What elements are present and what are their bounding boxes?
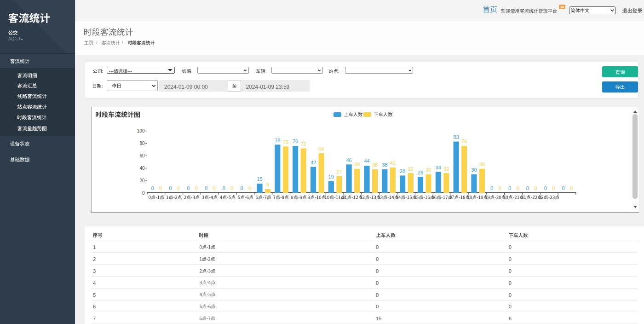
svg-text:0: 0 <box>552 185 555 191</box>
svg-text:0: 0 <box>526 185 529 191</box>
svg-text:34: 34 <box>436 165 441 170</box>
svg-text:39: 39 <box>479 162 485 167</box>
svg-text:20: 20 <box>139 178 145 183</box>
svg-text:0: 0 <box>241 185 243 191</box>
svg-text:39: 39 <box>354 162 360 167</box>
svg-text:0: 0 <box>534 185 537 191</box>
svg-text:0: 0 <box>159 185 162 191</box>
svg-text:0: 0 <box>508 185 511 191</box>
svg-text:83: 83 <box>453 134 459 140</box>
svg-text:0: 0 <box>223 185 225 191</box>
svg-text:30: 30 <box>471 167 477 173</box>
svg-text:0: 0 <box>544 185 547 191</box>
svg-text:0: 0 <box>151 185 154 191</box>
svg-text:27: 27 <box>336 169 342 174</box>
svg-text:46: 46 <box>346 157 351 163</box>
svg-text:42: 42 <box>310 160 316 165</box>
svg-text:38: 38 <box>382 162 387 168</box>
svg-text:30: 30 <box>426 167 431 173</box>
svg-text:76: 76 <box>461 139 467 144</box>
svg-text:64: 64 <box>318 146 324 152</box>
svg-text:0: 0 <box>187 185 190 191</box>
svg-text:0: 0 <box>213 185 216 191</box>
svg-text:0: 0 <box>499 185 501 191</box>
svg-text:0: 0 <box>562 185 565 191</box>
svg-text:0: 0 <box>248 185 251 191</box>
svg-text:38: 38 <box>372 162 378 168</box>
svg-text:41: 41 <box>390 160 396 166</box>
svg-text:72: 72 <box>301 141 306 147</box>
svg-text:19: 19 <box>328 174 334 179</box>
svg-text:0: 0 <box>205 185 207 191</box>
svg-text:0: 0 <box>195 185 198 191</box>
svg-text:0: 0 <box>230 185 233 191</box>
svg-text:40: 40 <box>139 166 145 171</box>
svg-text:76: 76 <box>293 139 298 144</box>
svg-text:15: 15 <box>257 176 262 182</box>
svg-text:100: 100 <box>137 128 145 133</box>
svg-text:0: 0 <box>517 185 519 191</box>
svg-text:75: 75 <box>283 139 288 145</box>
svg-text:32: 32 <box>443 166 449 172</box>
svg-text:44: 44 <box>364 158 369 164</box>
svg-text:0: 0 <box>169 185 172 191</box>
svg-text:0: 0 <box>177 185 180 191</box>
svg-text:60: 60 <box>139 153 145 158</box>
svg-text:0: 0 <box>570 185 573 191</box>
svg-text:26: 26 <box>418 170 423 175</box>
svg-text:0: 0 <box>142 191 145 196</box>
svg-text:0: 0 <box>490 185 493 191</box>
svg-text:28: 28 <box>400 168 405 174</box>
svg-text:32: 32 <box>408 166 414 172</box>
svg-text:80: 80 <box>139 141 145 146</box>
svg-text:6: 6 <box>266 182 269 187</box>
svg-text:78: 78 <box>275 138 280 143</box>
